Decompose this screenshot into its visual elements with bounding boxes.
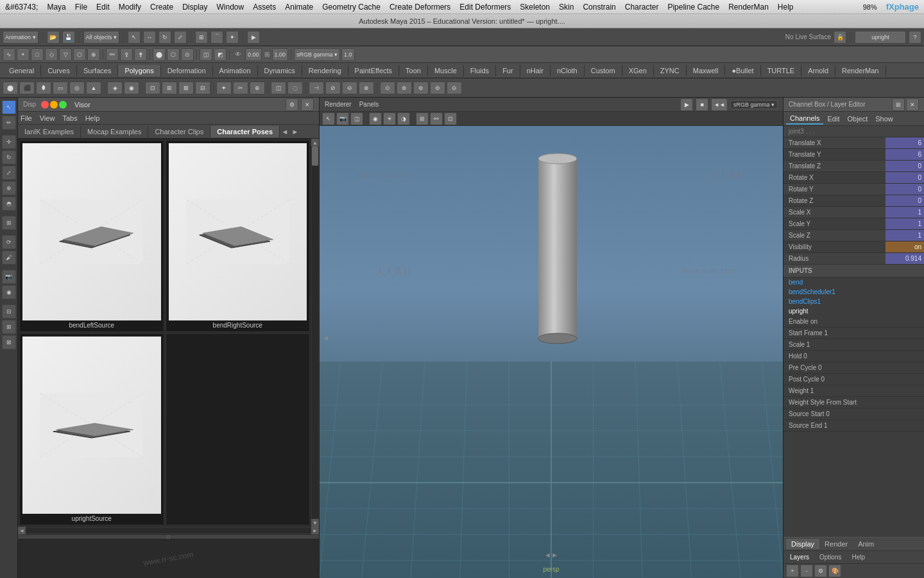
- target-weld-btn[interactable]: ⊕: [250, 82, 265, 94]
- transfer-shade-btn[interactable]: ⊝: [447, 82, 462, 94]
- channel-value-rx[interactable]: 0: [886, 172, 924, 183]
- channel-tab-channels[interactable]: Channels: [786, 113, 823, 125]
- cleanup-btn[interactable]: ⊘: [325, 82, 341, 94]
- channel-row-tx[interactable]: Translate X 6: [783, 137, 924, 149]
- uv-layout-btn[interactable]: ⊚: [413, 82, 429, 94]
- dtab-render[interactable]: Render: [819, 539, 853, 549]
- deform-btn2[interactable]: ⬡: [167, 48, 180, 61]
- visor-splitter[interactable]: ⊡: [18, 534, 319, 539]
- deform-btn1[interactable]: ⬤: [153, 48, 166, 61]
- tab-arnold[interactable]: Arnold: [801, 65, 835, 76]
- search-field[interactable]: upright: [855, 31, 906, 44]
- channel-value-rz[interactable]: 0: [886, 195, 924, 206]
- dsubtab-options[interactable]: Options: [816, 553, 845, 561]
- menu-window[interactable]: Window: [217, 3, 244, 12]
- eye-value[interactable]: 0.00: [245, 48, 262, 61]
- stop-btn[interactable]: ■: [696, 98, 708, 111]
- channel-tab-show[interactable]: Show: [871, 114, 897, 124]
- question-btn[interactable]: ?: [909, 31, 921, 44]
- vp-cam-btn[interactable]: 📷: [336, 112, 349, 125]
- channel-value-vis[interactable]: on: [886, 241, 924, 252]
- vp-shading-btn[interactable]: ◉: [369, 112, 382, 125]
- menu-skin[interactable]: Skin: [559, 3, 574, 12]
- vp-deformer-btn[interactable]: ⊡: [444, 112, 457, 125]
- dsubtab-help[interactable]: Help: [848, 553, 869, 561]
- tab-renderman[interactable]: RenderMan: [835, 65, 886, 76]
- visor-settings-btn[interactable]: ⚙: [286, 98, 298, 111]
- bridge-btn[interactable]: ⊞: [162, 82, 177, 94]
- scale-tool[interactable]: ⤢: [174, 31, 187, 44]
- pose-item-bendleft[interactable]: bendLeftSource: [19, 140, 164, 332]
- deform-btn3[interactable]: ⊙: [181, 48, 194, 61]
- viewport-menu-renderer[interactable]: Renderer: [325, 101, 352, 108]
- menu-create-deformers[interactable]: Create Deformers: [389, 3, 450, 12]
- viewport-scroll-bottom[interactable]: ◄►: [544, 551, 558, 559]
- visor-tab-mocap[interactable]: Mocap Examples: [81, 126, 148, 137]
- menu-display[interactable]: Display: [182, 3, 207, 12]
- channel-value-ty[interactable]: 6: [886, 149, 924, 160]
- vp-select-btn[interactable]: ↖: [322, 112, 335, 125]
- vp-light-btn[interactable]: ☀: [383, 112, 396, 125]
- channel-value-radius[interactable]: 0.914: [886, 253, 924, 264]
- viewport-3d[interactable]: Renderer Panels ▶ ■ ◄◄ sRGB gamma ▾ ↖ 📷 …: [320, 98, 783, 578]
- minimize-window-btn[interactable]: [50, 101, 58, 109]
- menu-pipeline-cache[interactable]: Pipeline Cache: [667, 3, 719, 12]
- channel-box-close-btn[interactable]: ✕: [906, 98, 919, 111]
- tab-ncloth[interactable]: nCloth: [551, 65, 585, 76]
- render-btn[interactable]: ▶: [247, 31, 260, 44]
- menu-maya[interactable]: Maya: [47, 3, 65, 12]
- channel-box-menu-btn[interactable]: ⊞: [892, 98, 905, 111]
- poly-plane-btn[interactable]: ▭: [53, 82, 68, 94]
- visor-menu-tabs[interactable]: Tabs: [62, 114, 77, 122]
- menu-edit-deformers[interactable]: Edit Deformers: [459, 3, 511, 12]
- gamma-ctrl[interactable]: sRGB gamma ▾: [730, 100, 778, 109]
- vp-joint-btn[interactable]: ⚯: [430, 112, 443, 125]
- combine-btn[interactable]: ⊟: [195, 82, 210, 94]
- menu-renderman[interactable]: RenderMan: [728, 3, 769, 12]
- channel-row-rz[interactable]: Rotate Z 0: [783, 195, 924, 207]
- render-region-btn[interactable]: 📷: [2, 270, 16, 284]
- tab-zync[interactable]: ZYNC: [654, 65, 687, 76]
- tab-dynamics[interactable]: Dynamics: [258, 65, 302, 76]
- mirror-btn[interactable]: ⊣: [309, 82, 324, 94]
- dsubtab-layers[interactable]: Layers: [786, 553, 813, 561]
- layer-new-btn[interactable]: +: [786, 565, 799, 577]
- close-window-btn[interactable]: [41, 101, 49, 109]
- playblast-btn[interactable]: ▶: [680, 98, 693, 111]
- menu-constrain[interactable]: Constrain: [583, 3, 615, 12]
- save-file-btn[interactable]: 💾: [62, 31, 75, 44]
- channel-value-tz[interactable]: 0: [886, 161, 924, 171]
- visor-hscroll-right[interactable]: ►: [311, 527, 319, 534]
- tab-surfaces[interactable]: Surfaces: [77, 65, 118, 76]
- all-objects-dropdown[interactable]: All objects ▾: [83, 31, 120, 44]
- poly-tool1[interactable]: ▽: [59, 48, 72, 61]
- tab-fluids[interactable]: Fluids: [464, 65, 496, 76]
- smooth-btn[interactable]: ◌: [287, 82, 303, 94]
- subdiv-btn[interactable]: ◈: [107, 82, 123, 94]
- retopo-btn[interactable]: ⊗: [359, 82, 374, 94]
- channel-row-sx[interactable]: Scale X 1: [783, 207, 924, 218]
- tab-curves[interactable]: Curves: [41, 65, 77, 76]
- input-bendclips[interactable]: bendClips1: [783, 297, 924, 306]
- visor-hscroll-left[interactable]: ◄: [18, 527, 26, 534]
- channel-row-sy[interactable]: Scale Y 1: [783, 218, 924, 230]
- poly-sphere-btn[interactable]: ⬤: [3, 82, 18, 94]
- universal-manip-btn[interactable]: ⊕: [2, 181, 16, 195]
- select-tool-btn[interactable]: ↖: [2, 100, 16, 114]
- grid-btn[interactable]: ⊞: [2, 320, 16, 334]
- channel-tab-edit[interactable]: Edit: [823, 114, 843, 124]
- snap-grid-btn[interactable]: ⊞: [195, 31, 208, 44]
- tab-xgen[interactable]: XGen: [622, 65, 654, 76]
- poly-torus-btn[interactable]: ◎: [69, 82, 85, 94]
- menu-help[interactable]: Help: [778, 3, 794, 12]
- input-bendscheduler[interactable]: bendScheduler1: [783, 287, 924, 297]
- input-upright[interactable]: upright: [783, 306, 924, 316]
- visor-scroll-up[interactable]: ▲: [311, 139, 319, 146]
- visor-tab-left-arrow[interactable]: ◄: [280, 128, 290, 136]
- visor-tab-char-poses[interactable]: Character Poses: [210, 126, 280, 137]
- visor-menu-help[interactable]: Help: [85, 114, 100, 122]
- input-bend[interactable]: bend: [783, 277, 924, 287]
- visor-scroll-thumb[interactable]: [312, 146, 318, 166]
- menu-assets[interactable]: Assets: [253, 3, 276, 12]
- tab-deformation[interactable]: Deformation: [161, 65, 213, 76]
